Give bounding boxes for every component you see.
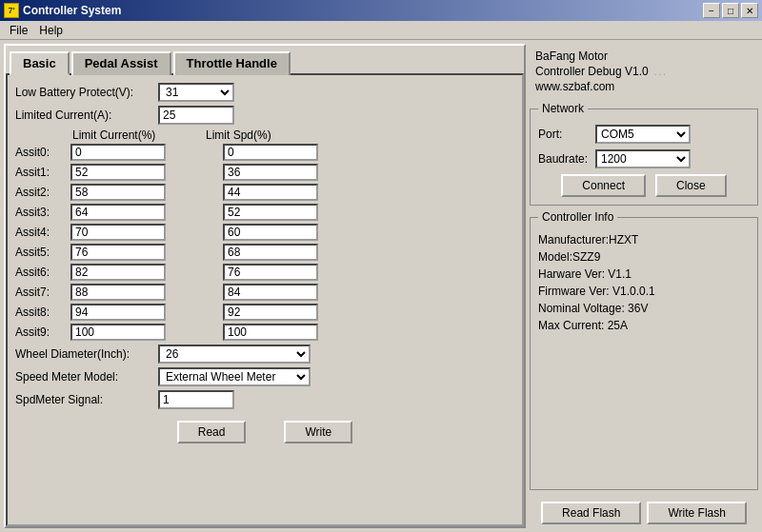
network-buttons: Connect Close [538, 174, 750, 197]
tabs: Basic Pedal Assist Throttle Handle [6, 46, 524, 73]
assit9-col2[interactable] [223, 324, 318, 341]
firmware-text: Firmware Ver: V1.0.0.1 [538, 285, 750, 298]
controller-info-group: Controller Info Manufacturer:HZXT Model:… [530, 217, 758, 490]
assit-row-0: Assit0: [15, 144, 514, 161]
assit-row-1: Assit1: [15, 164, 514, 181]
baudrate-select[interactable]: 1200240048009600 [595, 149, 691, 168]
assit2-label: Assit2: [15, 186, 70, 199]
assit-row-4: Assit4: [15, 224, 514, 241]
maximize-button[interactable]: □ [722, 3, 739, 18]
assit4-label: Assit4: [15, 226, 70, 239]
nominal-voltage-text: Nominal Voltage: 36V [538, 302, 750, 315]
assit3-label: Assit3: [15, 206, 70, 219]
hardware-text: Harware Ver: V1.1 [538, 267, 750, 281]
left-panel: Basic Pedal Assist Throttle Handle Low B… [4, 44, 526, 528]
assit6-label: Assit6: [15, 266, 70, 279]
manufacturer-text: Manufacturer:HZXT [538, 233, 750, 246]
wheel-diameter-select[interactable]: 262428 [158, 345, 311, 364]
assit6-col1[interactable] [70, 264, 166, 281]
assit7-col1[interactable] [70, 284, 166, 301]
assit8-col2[interactable] [223, 304, 318, 321]
assit6-col2[interactable] [223, 264, 318, 281]
assit-col2-header: Limit Spd(%) [206, 128, 339, 142]
assit1-col1[interactable] [70, 164, 166, 181]
port-label: Port: [538, 128, 595, 141]
limited-current-row: Limited Current(A): [15, 106, 514, 125]
network-group-title: Network [538, 102, 588, 115]
menu-file[interactable]: File [4, 24, 33, 37]
menu-help[interactable]: Help [33, 24, 69, 37]
low-battery-row: Low Battery Protect(V): 313233 [15, 83, 514, 102]
connect-button[interactable]: Connect [561, 174, 646, 197]
title-bar-buttons: − □ ✕ [703, 3, 758, 18]
assit0-label: Assit0: [15, 146, 70, 159]
right-info: BaFang Motor Controller Debug V1.0 ... w… [530, 44, 758, 101]
model-text: Model:SZZ9 [538, 250, 750, 264]
assit-row-8: Assit8: [15, 304, 514, 321]
limited-current-label: Limited Current(A): [15, 108, 158, 122]
assit9-label: Assit9: [15, 325, 70, 339]
assit-row-6: Assit6: [15, 264, 514, 281]
website-text: www.szbaf.com [535, 80, 752, 93]
baudrate-label: Baudrate: [538, 152, 595, 166]
network-group: Network Port: COM5COM1COM2COM3COM4COM6 B… [530, 108, 758, 206]
assit9-col1[interactable] [70, 324, 166, 341]
assit-grid: Limit Current(%) Limit Spd(%) Assit0: As… [15, 128, 514, 341]
speed-meter-row: Speed Meter Model: External Wheel Meter [15, 367, 514, 386]
assit1-label: Assit1: [15, 166, 70, 179]
speed-meter-label: Speed Meter Model: [15, 370, 158, 384]
minimize-button[interactable]: − [703, 3, 720, 18]
bottom-buttons: Read Write [15, 413, 514, 451]
tab-content-basic: Low Battery Protect(V): 313233 Limited C… [6, 73, 524, 526]
assit-row-2: Assit2: [15, 184, 514, 201]
assit-row-3: Assit3: [15, 204, 514, 221]
limited-current-input[interactable] [158, 106, 234, 125]
dots: ... [654, 67, 668, 77]
tab-pedal-assist[interactable]: Pedal Assist [71, 51, 171, 75]
assit-row-9: Assit9: [15, 324, 514, 341]
right-panel: BaFang Motor Controller Debug V1.0 ... w… [530, 44, 758, 528]
network-close-button[interactable]: Close [655, 174, 727, 197]
read-button[interactable]: Read [177, 421, 247, 443]
assit2-col2[interactable] [223, 184, 318, 201]
app-icon: 7' [4, 3, 19, 18]
tab-throttle-handle[interactable]: Throttle Handle [173, 51, 291, 75]
assit5-label: Assit5: [15, 246, 70, 259]
brand-text: BaFang Motor [535, 49, 752, 63]
wheel-diameter-row: Wheel Diameter(Inch): 262428 [15, 345, 514, 364]
tab-basic[interactable]: Basic [10, 51, 70, 75]
assit2-col1[interactable] [70, 184, 166, 201]
assit8-col1[interactable] [70, 304, 166, 321]
assit4-col1[interactable] [70, 224, 166, 241]
assit1-col2[interactable] [223, 164, 318, 181]
assit0-col2[interactable] [223, 144, 318, 161]
baudrate-row: Baudrate: 1200240048009600 [538, 149, 750, 168]
menu-bar: File Help [0, 21, 762, 40]
read-flash-button[interactable]: Read Flash [541, 502, 641, 524]
title-text: Controller System [23, 4, 121, 17]
assit7-col2[interactable] [223, 284, 318, 301]
assit7-label: Assit7: [15, 286, 70, 299]
close-button[interactable]: ✕ [741, 3, 758, 18]
wheel-diameter-label: Wheel Diameter(Inch): [15, 347, 158, 361]
version-text: Controller Debug V1.0 [535, 65, 649, 78]
assit-row-5: Assit5: [15, 244, 514, 261]
speed-meter-select[interactable]: External Wheel Meter [158, 367, 311, 386]
low-battery-select[interactable]: 313233 [158, 83, 234, 102]
main-window: Basic Pedal Assist Throttle Handle Low B… [0, 40, 762, 532]
assit-col1-header: Limit Current(%) [72, 128, 206, 142]
spd-meter-signal-label: SpdMeter Signal: [15, 393, 158, 406]
assit5-col1[interactable] [70, 244, 166, 261]
assit4-col2[interactable] [223, 224, 318, 241]
assit5-col2[interactable] [223, 244, 318, 261]
spd-meter-signal-input[interactable] [158, 390, 234, 409]
assit-row-7: Assit7: [15, 284, 514, 301]
port-select[interactable]: COM5COM1COM2COM3COM4COM6 [595, 125, 691, 144]
assit0-col1[interactable] [70, 144, 166, 161]
write-flash-button[interactable]: Write Flash [647, 502, 746, 524]
assit3-col2[interactable] [223, 204, 318, 221]
assit3-col1[interactable] [70, 204, 166, 221]
max-current-text: Max Current: 25A [538, 319, 750, 332]
write-button[interactable]: Write [284, 421, 352, 443]
spd-meter-signal-row: SpdMeter Signal: [15, 390, 514, 409]
